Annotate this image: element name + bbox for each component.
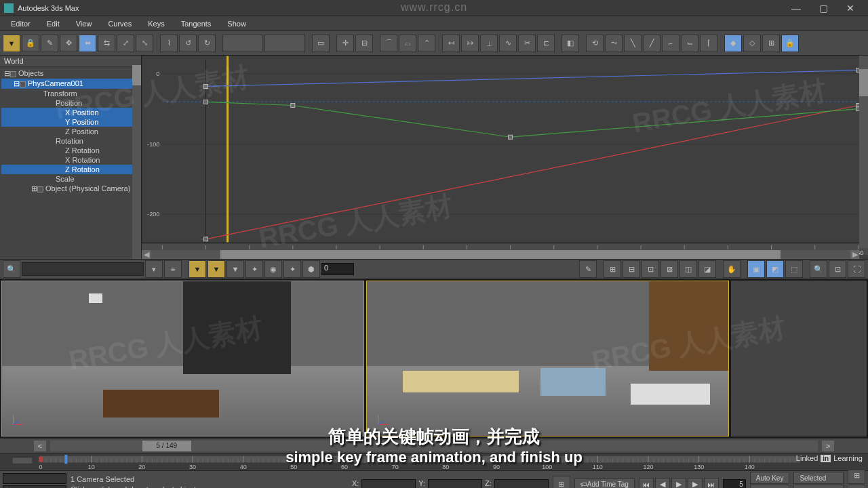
- dropdown-icon[interactable]: ▾: [145, 260, 163, 278]
- snap-frame-icon[interactable]: ↺: [179, 35, 197, 52]
- curve-e-icon[interactable]: ⌈: [700, 35, 717, 52]
- tree-objects[interactable]: ⊟Objects: [1, 68, 140, 79]
- tangent-auto-icon[interactable]: ⌒: [380, 35, 397, 52]
- tree-scrollbar[interactable]: [132, 65, 141, 259]
- tangent-custom-icon[interactable]: ⌓: [399, 35, 416, 52]
- filter-g-icon[interactable]: ⬢: [302, 260, 320, 278]
- retimer-icon[interactable]: ⟲: [586, 35, 604, 52]
- layer-number[interactable]: 0: [321, 263, 354, 275]
- time-ruler[interactable]: 0102030405060708090100110120130140: [0, 453, 868, 470]
- menu-view[interactable]: View: [68, 18, 100, 29]
- y-input[interactable]: [428, 479, 482, 489]
- parameter-curve-icon[interactable]: ↻: [198, 35, 216, 52]
- lock-icon[interactable]: 🔒: [22, 35, 39, 52]
- menu-editor[interactable]: Editor: [3, 18, 39, 29]
- menu-keys[interactable]: Keys: [140, 18, 172, 29]
- snap-icon[interactable]: ⌇: [160, 35, 178, 52]
- tree-z-position[interactable]: Z Position: [1, 127, 140, 136]
- menu-tangents[interactable]: Tangents: [173, 18, 220, 29]
- selected-button[interactable]: Selected: [793, 472, 844, 484]
- add-keys-icon[interactable]: ✛: [336, 35, 354, 52]
- tree-position[interactable]: Position: [1, 98, 140, 108]
- region-tool-icon[interactable]: ◧: [561, 35, 579, 52]
- maximize-button[interactable]: ▢: [810, 1, 837, 15]
- time-slider[interactable]: < 5 / 149 >: [0, 438, 868, 453]
- filter-b-icon[interactable]: ▼: [208, 260, 225, 278]
- tangent-step-icon[interactable]: ↦: [461, 35, 479, 52]
- hscroll-thumb[interactable]: [220, 250, 781, 259]
- filter-icon[interactable]: ▼: [3, 35, 20, 52]
- filter-f-icon[interactable]: ✦: [283, 260, 301, 278]
- filter-a-icon[interactable]: ▼: [189, 260, 206, 278]
- next-frame-icon[interactable]: ▶: [688, 478, 703, 489]
- slider-track[interactable]: 5 / 149: [50, 441, 818, 451]
- region-icon[interactable]: ◩: [766, 260, 784, 278]
- add-time-tag-button[interactable]: 🏷 Add Time Tag: [574, 479, 635, 489]
- goto-start-icon[interactable]: ⏮: [639, 478, 654, 489]
- key-filters-button[interactable]: Key Filters...: [793, 485, 844, 488]
- show-tangents-icon[interactable]: ⊞: [762, 35, 780, 52]
- isolate-icon[interactable]: 🔒: [781, 35, 799, 52]
- play-icon[interactable]: ▶: [671, 478, 686, 489]
- grid-b-icon[interactable]: ⊟: [623, 260, 640, 278]
- brush-icon[interactable]: ✎: [579, 260, 597, 278]
- show-biped-icon[interactable]: ◆: [724, 35, 742, 52]
- camera-gizmo-icon[interactable]: [89, 293, 102, 303]
- maxscript-mini-top[interactable]: [3, 473, 66, 484]
- tree-x-rotation[interactable]: X Rotation: [1, 155, 140, 165]
- tree-scroll-thumb[interactable]: [132, 65, 141, 85]
- hierarchy-tree[interactable]: ⊟Objects ⊟PhysCamera001 Transform Positi…: [0, 67, 141, 195]
- close-button[interactable]: ✕: [837, 1, 864, 15]
- tree-z-rotation-1[interactable]: Z Rotation: [1, 146, 140, 155]
- grid-d-icon[interactable]: ⊠: [660, 260, 678, 278]
- grid-toggle-icon[interactable]: ⊞: [553, 476, 570, 489]
- select-icon[interactable]: ▭: [312, 35, 330, 52]
- maxscript-mini-bottom[interactable]: true: [3, 485, 66, 489]
- filter-e-icon[interactable]: ◉: [264, 260, 282, 278]
- search-input[interactable]: [22, 262, 144, 276]
- curve-editor[interactable]: 0-100-200-100102030405060708090100110120…: [142, 56, 868, 259]
- hscroll-track[interactable]: [151, 250, 850, 259]
- tree-y-position[interactable]: Y Position: [1, 117, 140, 127]
- nav-b-icon[interactable]: ⊡: [848, 485, 865, 488]
- slider-thumb[interactable]: 5 / 149: [142, 441, 191, 451]
- curve-vscroll-thumb[interactable]: [859, 69, 868, 96]
- scale-keys-icon[interactable]: ⤢: [117, 35, 134, 52]
- curve-hscrollbar[interactable]: ◀ ▶: [142, 250, 859, 259]
- x-input[interactable]: [361, 479, 416, 489]
- grid-f-icon[interactable]: ◪: [698, 260, 716, 278]
- slider-prev-icon[interactable]: <: [34, 441, 46, 451]
- z-input[interactable]: [494, 479, 549, 489]
- tree-object-physical-camera[interactable]: ⊞Object (Physical Camera): [1, 184, 140, 194]
- menu-show[interactable]: Show: [219, 18, 254, 29]
- filter-d-icon[interactable]: ✦: [245, 260, 263, 278]
- curve-c-icon[interactable]: ⌐: [662, 35, 679, 52]
- tangent-fast-icon[interactable]: ⌃: [418, 35, 435, 52]
- scale-values-icon[interactable]: ⤡: [136, 35, 153, 52]
- move-icon[interactable]: ✥: [60, 35, 77, 52]
- reduce-keys-icon[interactable]: ⊟: [355, 35, 373, 52]
- value-field[interactable]: [222, 35, 263, 52]
- slide-keys-icon[interactable]: ⇆: [98, 35, 115, 52]
- draw-curve-icon[interactable]: ✎: [41, 35, 58, 52]
- hscroll-left-icon[interactable]: ◀: [142, 250, 151, 259]
- tangent-unify-icon[interactable]: ⊏: [537, 35, 555, 52]
- curve-graph[interactable]: 0-100-200-100102030405060708090100110120…: [142, 56, 868, 259]
- auto-key-button[interactable]: Auto Key: [750, 472, 790, 484]
- tree-z-rotation-2[interactable]: Z Rotation: [1, 165, 140, 174]
- move-keys-icon[interactable]: ⬌: [79, 35, 96, 52]
- crop-icon[interactable]: ⬚: [785, 260, 803, 278]
- current-frame-input[interactable]: [723, 479, 746, 489]
- curve-vscrollbar[interactable]: [859, 56, 868, 248]
- grid-e-icon[interactable]: ◫: [679, 260, 697, 278]
- search-icon[interactable]: 🔍: [3, 260, 20, 278]
- curve-b-icon[interactable]: ╱: [643, 35, 660, 52]
- zoom-extents-icon[interactable]: ⊡: [829, 260, 846, 278]
- viewport-perspective[interactable]: [1, 281, 364, 436]
- tangent-break-icon[interactable]: ✂: [518, 35, 536, 52]
- minimize-button[interactable]: —: [783, 1, 810, 15]
- maximize-viewport-icon[interactable]: ⛶: [848, 260, 865, 278]
- tree-camera[interactable]: ⊟PhysCamera001: [1, 79, 140, 89]
- viewport-camera[interactable]: [366, 281, 729, 436]
- tree-x-position[interactable]: X Position: [1, 108, 140, 117]
